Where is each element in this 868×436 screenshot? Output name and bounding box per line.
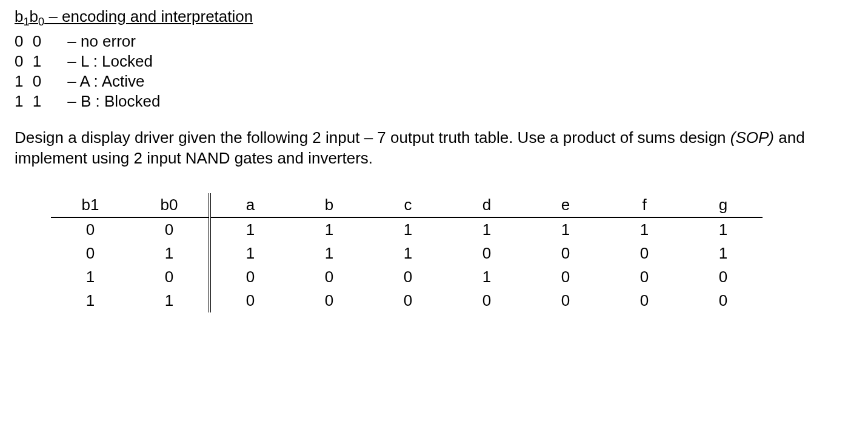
cell: 0 xyxy=(130,265,210,289)
cell: 0 xyxy=(526,242,605,265)
problem-statement: Design a display driver given the follow… xyxy=(15,128,851,169)
encoding-bits: 0 0 xyxy=(15,32,63,51)
cell: 1 xyxy=(290,242,369,265)
col-e: e xyxy=(526,193,605,217)
cell: 0 xyxy=(369,265,447,289)
encoding-bits: 1 0 xyxy=(15,72,63,91)
cell: 0 xyxy=(447,242,526,265)
encoding-desc: – L : Locked xyxy=(67,52,153,70)
heading-b1-sub: 1 xyxy=(23,16,29,28)
cell: 0 xyxy=(210,265,290,289)
cell: 1 xyxy=(369,217,447,242)
col-b0: b0 xyxy=(130,193,210,217)
cell: 1 xyxy=(684,242,763,265)
table-header-row: b1 b0 a b c d e f g xyxy=(51,193,763,217)
section-heading: b1b0 – encoding and interpretation xyxy=(15,7,853,28)
col-c: c xyxy=(369,193,447,217)
col-b: b xyxy=(290,193,369,217)
cell: 1 xyxy=(51,289,130,312)
heading-rest: – encoding and interpretation xyxy=(44,7,253,25)
col-b1: b1 xyxy=(51,193,130,217)
cell: 1 xyxy=(210,242,290,265)
heading-b0-sub: 0 xyxy=(38,16,44,28)
encoding-desc: – A : Active xyxy=(67,72,144,90)
cell: 0 xyxy=(447,289,526,312)
cell: 1 xyxy=(130,289,210,312)
cell: 1 xyxy=(684,217,763,242)
encoding-row: 1 1 – B : Blocked xyxy=(15,92,853,111)
cell: 1 xyxy=(526,217,605,242)
cell: 1 xyxy=(51,265,130,289)
encoding-bits: 0 1 xyxy=(15,52,63,71)
cell: 0 xyxy=(605,289,684,312)
cell: 0 xyxy=(684,289,763,312)
encoding-row: 1 0 – A : Active xyxy=(15,72,853,91)
table-row: 1 0 0 0 0 1 0 0 0 xyxy=(51,265,763,289)
col-f: f xyxy=(605,193,684,217)
cell: 1 xyxy=(290,217,369,242)
cell: 0 xyxy=(51,217,130,242)
encoding-row: 0 1 – L : Locked xyxy=(15,52,853,71)
encoding-desc: – no error xyxy=(67,32,136,50)
cell: 0 xyxy=(51,242,130,265)
col-g: g xyxy=(684,193,763,217)
table-row: 0 0 1 1 1 1 1 1 1 xyxy=(51,217,763,242)
cell: 0 xyxy=(369,289,447,312)
cell: 1 xyxy=(369,242,447,265)
cell: 0 xyxy=(526,289,605,312)
cell: 1 xyxy=(447,265,526,289)
table-row: 0 1 1 1 1 0 0 0 1 xyxy=(51,242,763,265)
cell: 0 xyxy=(290,289,369,312)
cell: 0 xyxy=(526,265,605,289)
table-row: 1 1 0 0 0 0 0 0 0 xyxy=(51,289,763,312)
cell: 1 xyxy=(130,242,210,265)
heading-b0-base: b xyxy=(30,7,38,25)
encoding-desc: – B : Blocked xyxy=(67,92,160,110)
heading-b1-base: b xyxy=(15,7,23,25)
col-a: a xyxy=(210,193,290,217)
cell: 1 xyxy=(605,217,684,242)
encoding-bits: 1 1 xyxy=(15,92,63,111)
cell: 0 xyxy=(210,289,290,312)
col-d: d xyxy=(447,193,526,217)
cell: 0 xyxy=(290,265,369,289)
encoding-row: 0 0 – no error xyxy=(15,32,853,51)
truth-table: b1 b0 a b c d e f g 0 0 1 1 1 1 1 1 1 xyxy=(51,193,763,312)
problem-part1: Design a display driver given the follow… xyxy=(15,128,730,147)
cell: 0 xyxy=(605,242,684,265)
cell: 1 xyxy=(447,217,526,242)
cell: 1 xyxy=(210,217,290,242)
problem-sop: (SOP) xyxy=(730,128,774,147)
cell: 0 xyxy=(130,217,210,242)
cell: 0 xyxy=(684,265,763,289)
cell: 0 xyxy=(605,265,684,289)
